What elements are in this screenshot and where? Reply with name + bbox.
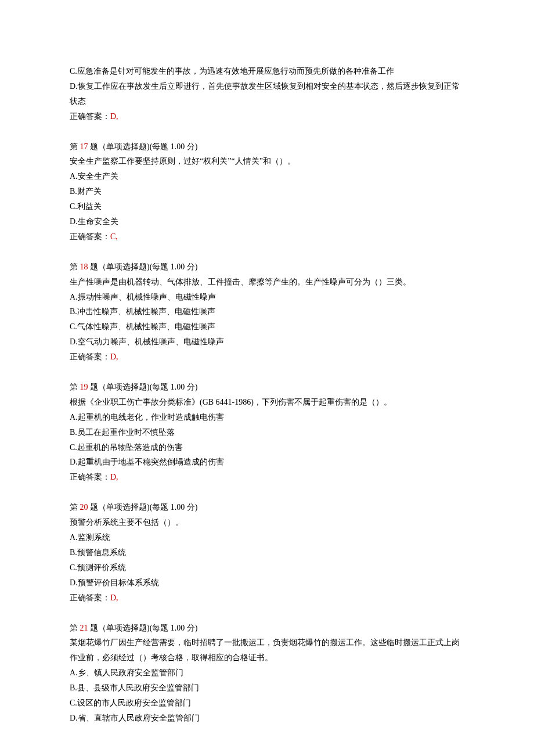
header-suffix: 题（单项选择题)(每题 1.00 分) [88,624,198,632]
header-prefix: 第 [70,624,80,632]
header-prefix: 第 [70,503,80,512]
option-b: B.县、县级市人民政府安全监管部门 [70,681,464,696]
question-number: 20 [80,503,88,512]
answer-value: D, [110,112,118,121]
header-prefix: 第 [70,142,80,151]
answer-label: 正确答案： [70,112,110,121]
answer-label: 正确答案： [70,593,110,602]
option-a: A.振动性噪声、机械性噪声、电磁性噪声 [70,290,464,305]
answer-label: 正确答案： [70,473,110,481]
answer-line: 正确答案：D, [70,109,464,124]
question-number: 17 [80,142,88,151]
option-d: D.空气动力噪声、机械性噪声、电磁性噪声 [70,334,464,350]
option-b: B.财产关 [70,184,464,199]
option-c: C.气体性噪声、机械性噪声、电磁性噪声 [70,319,464,334]
answer-value: C, [110,232,118,241]
answer-line: 正确答案：C, [70,229,464,244]
question-header: 第 21 题（单项选择题)(每题 1.00 分) [70,621,464,636]
option-b: B.冲击性噪声、机械性噪声、电磁性噪声 [70,304,464,319]
answer-value: D, [110,352,118,361]
partial-question: C.应急准备是针对可能发生的事故，为迅速有效地开展应急行动而预先所做的各种准备工… [70,64,464,124]
header-suffix: 题（单项选择题)(每题 1.00 分) [88,383,198,391]
answer-value: D, [110,473,118,481]
question-number: 19 [80,383,88,391]
question-21: 第 21 题（单项选择题)(每题 1.00 分) 某烟花爆竹厂因生产经营需要，临… [70,621,464,726]
spacer [70,606,464,621]
question-stem: 根据《企业职工伤亡事故分类标准》(GB 6441-1986)，下列伤害不属于起重… [70,395,464,410]
option-a: A.乡、镇人民政府安全监管部门 [70,665,464,681]
option-c: C.起重机的吊物坠落造成的伤害 [70,440,464,455]
answer-line: 正确答案：D, [70,350,464,365]
option-d: D.省、直辖市人民政府安全监管部门 [70,711,464,726]
option-d: D.生命安全关 [70,214,464,229]
answer-label: 正确答案： [70,352,110,361]
question-number: 21 [80,624,88,632]
question-stem: 安全生产监察工作要坚持原则，过好“权利关”“人情关”和（）。 [70,154,464,169]
header-suffix: 题（单项选择题)(每题 1.00 分) [88,262,198,271]
option-a: A.起重机的电线老化，作业时造成触电伤害 [70,410,464,425]
question-header: 第 18 题（单项选择题)(每题 1.00 分) [70,260,464,275]
question-header: 第 19 题（单项选择题)(每题 1.00 分) [70,380,464,395]
answer-line: 正确答案：D, [70,591,464,606]
option-a: A.监测系统 [70,530,464,545]
option-c: C.利益关 [70,199,464,214]
answer-line: 正确答案：D, [70,470,464,485]
spacer [70,244,464,260]
question-stem: 某烟花爆竹厂因生产经营需要，临时招聘了一批搬运工，负责烟花爆竹的搬运工作。这些临… [70,635,464,665]
spacer [70,485,464,500]
question-20: 第 20 题（单项选择题)(每题 1.00 分) 预警分析系统主要不包括（）。 … [70,500,464,605]
option-d: D.预警评价目标体系系统 [70,575,464,591]
option-b: B.员工在起重作业时不慎坠落 [70,425,464,440]
spacer [70,124,464,139]
question-header: 第 20 题（单项选择题)(每题 1.00 分) [70,500,464,515]
answer-value: D, [110,593,118,602]
option-c: C.设区的市人民政府安全监管部门 [70,696,464,711]
header-prefix: 第 [70,262,80,271]
answer-label: 正确答案： [70,232,110,241]
header-prefix: 第 [70,383,80,391]
question-18: 第 18 题（单项选择题)(每题 1.00 分) 生产性噪声是由机器转动、气体排… [70,260,464,365]
option-d: D.起重机由于地基不稳突然倒塌造成的伤害 [70,455,464,470]
question-header: 第 17 题（单项选择题)(每题 1.00 分) [70,139,464,154]
option-a: A.安全生产关 [70,169,464,184]
question-19: 第 19 题（单项选择题)(每题 1.00 分) 根据《企业职工伤亡事故分类标准… [70,380,464,485]
header-suffix: 题（单项选择题)(每题 1.00 分) [88,142,198,151]
option-c: C.预测评价系统 [70,560,464,575]
header-suffix: 题（单项选择题)(每题 1.00 分) [88,503,198,512]
option-c: C.应急准备是针对可能发生的事故，为迅速有效地开展应急行动而预先所做的各种准备工… [70,64,464,79]
question-number: 18 [80,262,88,271]
question-stem: 预警分析系统主要不包括（）。 [70,515,464,530]
question-17: 第 17 题（单项选择题)(每题 1.00 分) 安全生产监察工作要坚持原则，过… [70,139,464,244]
question-stem: 生产性噪声是由机器转动、气体排放、工件撞击、摩擦等产生的。生产性噪声可分为（）三… [70,275,464,290]
option-b: B.预警信息系统 [70,545,464,560]
option-d: D.恢复工作应在事故发生后立即进行，首先使事故发生区域恢复到相对安全的基本状态，… [70,79,464,109]
spacer [70,365,464,380]
